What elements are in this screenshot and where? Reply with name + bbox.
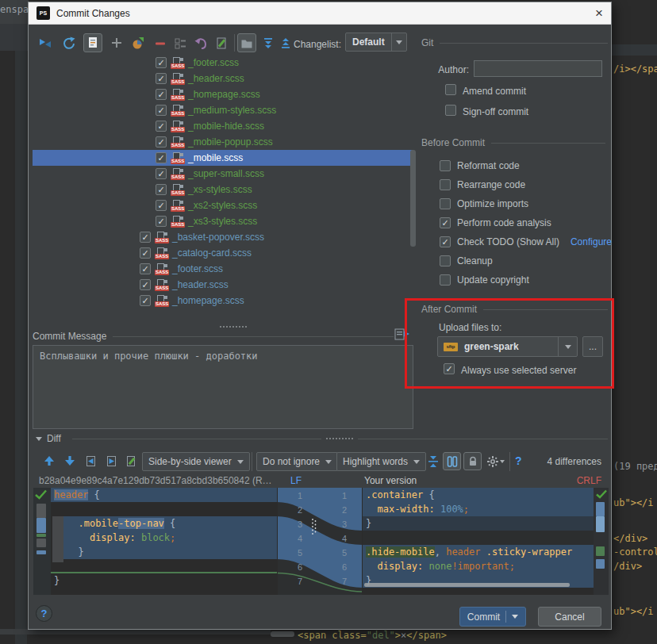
tree-item[interactable]: SASS_xs-styles.scss (33, 182, 413, 197)
help-icon[interactable]: ? (515, 454, 522, 467)
settings-gear-icon[interactable] (486, 454, 505, 470)
tree-item-checkbox[interactable] (156, 200, 167, 211)
tree-item-checkbox[interactable] (156, 89, 167, 100)
browse-servers-button[interactable]: ... (582, 336, 603, 357)
tree-item[interactable]: SASS_header.scss (33, 71, 413, 86)
next-difference-icon[interactable] (62, 453, 78, 469)
commit-history-icon[interactable] (394, 327, 410, 341)
before-commit-checkbox[interactable] (440, 217, 451, 228)
tree-item[interactable]: SASS_medium-styles.scss (33, 102, 413, 118)
check-icon[interactable] (35, 489, 48, 500)
help-button[interactable]: ? (36, 605, 52, 622)
before-commit-option[interactable]: Update copyright (440, 270, 610, 289)
before-commit-checkbox[interactable] (440, 179, 451, 190)
left-line-ending[interactable]: LF (290, 475, 302, 486)
tree-item-checkbox[interactable] (156, 152, 167, 163)
tree-item-checkbox[interactable] (156, 121, 167, 132)
close-icon[interactable]: × (595, 6, 603, 20)
whitespace-select[interactable]: Do not ignore (256, 452, 338, 471)
tree-item[interactable]: SASS_mobile-popup.scss (33, 134, 413, 150)
tree-item-checkbox[interactable] (156, 216, 167, 227)
tree-item-checkbox[interactable] (156, 168, 167, 179)
tree-item[interactable]: SASS_super-small.scss (33, 166, 413, 182)
diff-section-header[interactable]: Diff (36, 433, 608, 444)
tree-item-checkbox[interactable] (156, 73, 167, 84)
group-by-directory-icon[interactable] (237, 33, 256, 52)
before-commit-option[interactable]: Optimize imports (440, 194, 610, 213)
check-icon[interactable] (596, 489, 608, 499)
amend-commit-checkbox[interactable] (445, 84, 456, 95)
before-commit-checkbox[interactable] (440, 274, 451, 286)
move-to-changelist-icon[interactable] (129, 34, 146, 52)
tree-item[interactable]: SASS_xs3-styles.scss (33, 213, 413, 229)
chevron-down-icon[interactable] (512, 615, 518, 619)
before-commit-checkbox[interactable] (440, 198, 451, 209)
previous-difference-icon[interactable] (41, 453, 57, 469)
diff-right-pane[interactable]: .container { max-width: 100%;}.hide-mobi… (363, 488, 594, 595)
author-field[interactable] (474, 60, 602, 77)
tree-item[interactable]: SASS_mobile-hide.scss (33, 118, 413, 134)
commit-button[interactable]: Commit (459, 607, 526, 627)
file-tree[interactable]: SASS_footer.scssSASS_header.scssSASS_hom… (33, 55, 413, 313)
dialog-titlebar[interactable]: PS Commit Changes × (29, 2, 611, 25)
expand-all-icon[interactable] (259, 34, 277, 52)
tree-item[interactable]: SASS_mobile.scss (33, 150, 413, 166)
tree-item[interactable]: SASS_header.scss (33, 277, 413, 293)
before-commit-option[interactable]: Perform code analysis (440, 213, 610, 232)
tree-item[interactable]: SASS_xs2-styles.scss (33, 197, 413, 213)
diff-left-pane[interactable]: header { .mobile-top-nav { display: bloc… (33, 488, 277, 595)
highlight-select[interactable]: Highlight words (336, 452, 426, 471)
tree-item-checkbox[interactable] (156, 105, 167, 116)
always-use-server-checkbox[interactable] (444, 363, 455, 374)
collapse-unchanged-icon[interactable] (425, 454, 441, 470)
tree-item-checkbox[interactable] (140, 247, 151, 259)
viewer-select[interactable]: Side-by-side viewer (142, 452, 250, 471)
delete-icon[interactable] (151, 34, 168, 52)
splitter-handle[interactable] (326, 438, 353, 439)
apply-right-icon[interactable] (103, 453, 119, 469)
tree-item[interactable]: SASS_footer.scss (33, 55, 413, 71)
before-commit-checkbox[interactable] (440, 236, 451, 247)
rollback-icon[interactable] (192, 34, 209, 52)
collapse-all-icon[interactable] (277, 34, 294, 52)
new-changelist-icon[interactable] (171, 34, 189, 52)
before-commit-option[interactable]: Reformat code (440, 156, 610, 175)
tree-item[interactable]: SASS_footer.scss (33, 261, 413, 277)
tree-item[interactable]: SASS_homepage.scss (33, 293, 413, 309)
tree-item-checkbox[interactable] (156, 57, 167, 68)
commit-message-input[interactable]: Всплывашки и прочие плюшки - доработки (33, 345, 413, 429)
collapse-triangle-icon[interactable] (36, 437, 42, 441)
tree-item[interactable]: SASS_basket-popover.scss (33, 229, 413, 245)
horizontal-scrollbar[interactable] (364, 583, 570, 587)
upload-server-select[interactable]: sftp green-spark (437, 336, 578, 357)
tree-item[interactable]: SASS_homepage.scss (33, 86, 413, 102)
before-commit-checkbox[interactable] (440, 255, 451, 266)
tree-item-checkbox[interactable] (140, 232, 151, 243)
before-commit-checkbox[interactable] (440, 160, 451, 171)
show-diff-icon[interactable] (83, 33, 102, 52)
cancel-button[interactable]: Cancel (538, 607, 601, 627)
splitter-handle[interactable] (220, 326, 247, 328)
right-line-ending[interactable]: CRLF (552, 475, 601, 486)
tree-scrollbar[interactable] (410, 150, 416, 247)
tree-item[interactable]: SASS_catalog-card.scss (33, 245, 413, 261)
tree-item-checkbox[interactable] (140, 279, 151, 290)
chevron-down-icon[interactable] (558, 337, 577, 356)
add-to-vcs-icon[interactable] (108, 34, 125, 52)
edit-source-icon[interactable] (213, 34, 230, 52)
tree-item-checkbox[interactable] (140, 263, 151, 274)
signoff-commit-checkbox[interactable] (445, 105, 456, 116)
chevron-down-icon[interactable] (391, 33, 406, 51)
before-commit-option[interactable]: Cleanup (440, 251, 610, 270)
commit-icon[interactable] (36, 34, 54, 52)
changelist-select[interactable]: Default (345, 33, 407, 52)
tree-item-checkbox[interactable] (140, 295, 151, 306)
configure-link[interactable]: Configure (571, 236, 612, 247)
before-commit-option[interactable]: Rearrange code (440, 175, 610, 194)
tree-item-checkbox[interactable] (156, 136, 167, 148)
apply-left-icon[interactable] (83, 453, 98, 469)
tree-item-checkbox[interactable] (156, 184, 167, 195)
read-only-lock-icon[interactable] (463, 452, 482, 470)
edit-icon[interactable] (123, 453, 139, 469)
before-commit-option[interactable]: Check TODO (Show All)Configure (440, 232, 610, 251)
